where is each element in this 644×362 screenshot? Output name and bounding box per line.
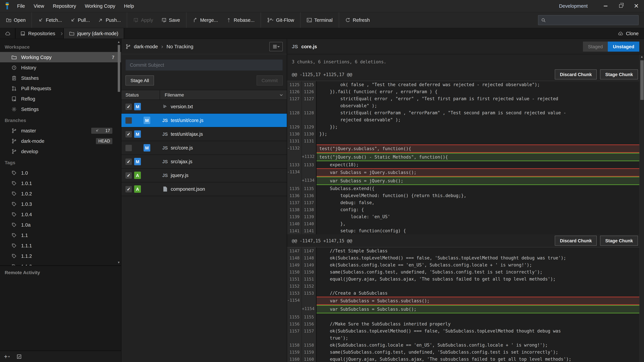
diff-scrollbar[interactable]: ▲	[639, 54, 644, 362]
clone-button[interactable]: Clone	[612, 28, 644, 38]
column-filename[interactable]: Filename	[160, 92, 287, 97]
staged-tab[interactable]: Staged	[583, 41, 608, 51]
sidebar-item-working-copy[interactable]: Working Copy7	[0, 52, 121, 62]
sidebar-item-develop[interactable]: develop	[0, 146, 121, 157]
diff-line-ctx[interactable]: 11581158 ok(SubSubclass.config.locale ==…	[287, 342, 639, 349]
file-row-src-ajax-js[interactable]: ✓MJSsrc/ajax.js	[122, 155, 287, 169]
diff-line-ctx[interactable]: 11521152	[287, 283, 639, 290]
search-input[interactable]	[548, 17, 636, 23]
sidebar-item-dark-mode[interactable]: dark-modeHEAD	[0, 136, 121, 146]
diff-scrollbar-thumb[interactable]	[640, 60, 644, 100]
diff-line-add[interactable]: +1132test("jQuery.sub() - Static Methods…	[287, 153, 639, 161]
sidebar-item-history[interactable]: History	[0, 62, 121, 73]
column-status[interactable]: Status	[122, 90, 160, 99]
file-row-version-txt[interactable]: ✓Mversion.txt	[122, 100, 287, 114]
file-checkbox[interactable]	[126, 145, 132, 151]
sidebar-item-reflog[interactable]: Reflog	[0, 93, 121, 104]
sidebar-item-settings[interactable]: Settings	[0, 104, 121, 114]
scroll-up-icon[interactable]: ▲	[117, 40, 120, 43]
diff-line-ctx[interactable]: 11371137 debug: false,	[287, 199, 639, 206]
restore-button[interactable]	[613, 0, 628, 12]
sidebar-item-1-0-4[interactable]: 1.0.4	[0, 209, 121, 220]
diff-line-del[interactable]: -1134 var Subclass = jQuery.subclass();	[287, 168, 639, 177]
file-row-test-unit-ajax-js[interactable]: ✓MJStest/unit/ajax.js	[122, 127, 287, 141]
diff-line-ctx[interactable]: 11391139 locale: 'en_US'	[287, 213, 639, 220]
pull-button[interactable]: Pull...	[66, 12, 94, 28]
file-checkbox[interactable]: ✓	[126, 158, 132, 165]
sidebar-item-1-1-3[interactable]: 1.1.3	[0, 261, 121, 266]
merge-button[interactable]: Merge...	[188, 12, 222, 28]
diff-line-ctx[interactable]: 11291129 });	[287, 123, 639, 130]
unstaged-tab[interactable]: Unstaged	[608, 41, 639, 51]
file-checkbox[interactable]	[126, 117, 132, 123]
menu-item-working-copy[interactable]: Working Copy	[80, 0, 120, 12]
tab-repositories[interactable]: Repositories	[16, 28, 60, 38]
diff-line-ctx[interactable]: 11561156 //Make Sure the SubSubclass inh…	[287, 321, 639, 328]
sidebar-item-1-1-2[interactable]: 1.1.2	[0, 251, 121, 261]
fetch-button[interactable]: Fetch...	[34, 12, 66, 28]
sidebar-item-pull-requests[interactable]: Pull Requests	[0, 83, 121, 93]
sidebar-item-master[interactable]: master17	[0, 125, 121, 136]
commit-subject-input[interactable]	[126, 60, 282, 70]
diff-line-ctx[interactable]: 11381138 config: {	[287, 206, 639, 213]
open-button[interactable]: Open	[2, 12, 30, 28]
sidebar-item-1-1-1[interactable]: 1.1.1	[0, 240, 121, 251]
discard-chunk-button[interactable]: Discard Chunk	[555, 69, 597, 79]
stage-all-button[interactable]: Stage All	[126, 75, 154, 85]
diff-line-ctx[interactable]: 11511151 equal(jQuery.ajax, Subclass.aja…	[287, 276, 639, 283]
file-row-jquery-js[interactable]: ✓AJSjquery.js	[122, 169, 287, 182]
diff-line-ctx[interactable]: 11401140 },	[287, 220, 639, 227]
diff-line-ctx[interactable]: 11531153 //Create a SubSubclass	[287, 290, 639, 297]
file-checkbox[interactable]: ✓	[126, 186, 132, 192]
file-list-options-button[interactable]	[269, 42, 283, 51]
diff-line-add[interactable]: +1154 var SubSubclass = Subclass.sub();	[287, 305, 639, 313]
column-dropdown-icon[interactable]	[279, 93, 284, 97]
diff-line-del[interactable]: -1154 var SubSubclass = Subclass.subclas…	[287, 297, 639, 305]
file-checkbox[interactable]: ✓	[126, 103, 132, 110]
rebase-button[interactable]: Rebase...	[222, 12, 258, 28]
git-flow-button[interactable]: Git-Flow	[263, 12, 298, 28]
file-row-test-unit-core-js[interactable]: MJStest/unit/core.js	[122, 114, 287, 127]
diff-line-ctx[interactable]: 11601160 equal(jQuery.ajax, SubSubclass.…	[287, 356, 639, 362]
sidebar-scrollbar[interactable]: ▲ ▼	[117, 40, 120, 264]
diff-scroll-up-icon[interactable]: ▲	[640, 54, 644, 59]
tab-repo-jquery[interactable]: jquery (dark-mode)	[64, 28, 124, 38]
sidebar-item-1-0[interactable]: 1.0	[0, 168, 121, 178]
stage-chunk-button[interactable]: Stage Chunk	[600, 236, 638, 246]
menu-item-view[interactable]: View	[29, 0, 48, 12]
diff-line-ctx[interactable]: 11591159 same(SubSubclass.config.test, u…	[287, 349, 639, 356]
diff-line-ctx[interactable]: 11471147 //Test Simple Subclass	[287, 247, 639, 254]
diff-line-add[interactable]: +1134 var Subclass = jQuery.sub();	[287, 177, 639, 185]
diff-line-ctx[interactable]: 11311131	[287, 137, 639, 144]
menu-item-repository[interactable]: Repository	[48, 0, 80, 12]
diff-line-ctx[interactable]: 11491149 ok(Subclass.config.locale == 'e…	[287, 261, 639, 269]
stage-chunk-button[interactable]: Stage Chunk	[600, 69, 638, 79]
diff-line-ctx[interactable]: 11261126 }).fail( function( error , erro…	[287, 88, 639, 95]
sidebar-item-1-1[interactable]: 1.1	[0, 230, 121, 240]
add-button[interactable]: +▾	[4, 354, 10, 359]
file-checkbox[interactable]: ✓	[126, 131, 132, 137]
terminal-button[interactable]: Terminal	[302, 12, 337, 28]
sidebar-scrollbar-thumb[interactable]	[118, 45, 120, 92]
remote-accounts-button[interactable]	[0, 28, 16, 38]
discard-chunk-button[interactable]: Discard Chunk	[555, 236, 597, 246]
diff-line-ctx[interactable]: 11571157 ok(SubSubclass.topLevelMethod()…	[287, 328, 639, 342]
push-button[interactable]: Push...	[94, 12, 125, 28]
file-checkbox[interactable]: ✓	[126, 172, 132, 178]
close-button[interactable]: ✕	[628, 0, 644, 12]
save-button[interactable]: Save	[157, 12, 184, 28]
minimize-button[interactable]	[598, 0, 613, 12]
sidebar-item-stashes[interactable]: Stashes	[0, 73, 121, 83]
diff-line-ctx[interactable]: 11361136 topLevelMethod: function() {ret…	[287, 192, 639, 199]
diff-line-ctx[interactable]: 11301130});	[287, 130, 639, 137]
sidebar-item-1-0a[interactable]: 1.0a	[0, 220, 121, 230]
diff-line-ctx[interactable]: 11331133 expect(18);	[287, 161, 639, 168]
menu-item-help[interactable]: Help	[120, 0, 138, 12]
diff-line-ctx[interactable]: 11271127 strictEqual( error , "error" , …	[287, 95, 639, 109]
diff-line-ctx[interactable]: 11351135 Subclass.extend({	[287, 185, 639, 192]
sidebar-item-1-0-3[interactable]: 1.0.3	[0, 199, 121, 209]
diff-line-ctx[interactable]: 11551155	[287, 313, 639, 321]
scroll-down-icon[interactable]: ▼	[117, 261, 120, 264]
menu-item-file[interactable]: File	[13, 0, 29, 12]
sidebar-item-1-0-2[interactable]: 1.0.2	[0, 188, 121, 199]
